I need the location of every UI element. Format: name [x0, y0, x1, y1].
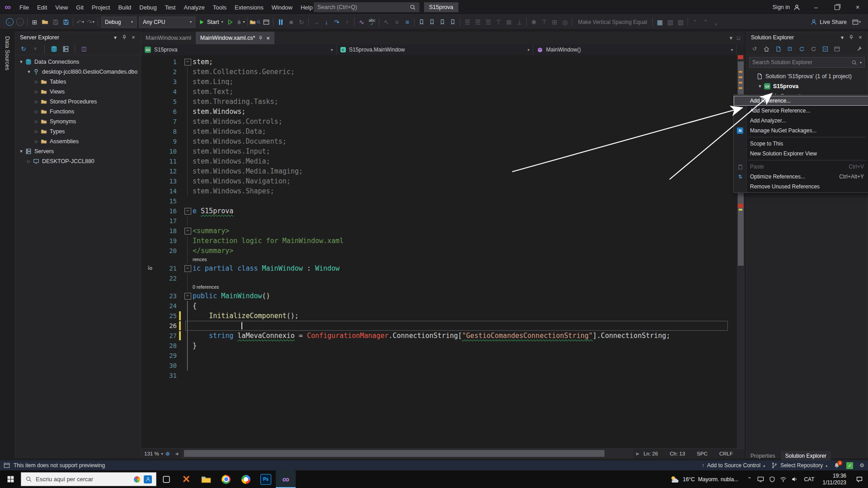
context-menu-item-add-service-reference[interactable]: Add Service Reference...: [734, 106, 868, 116]
close-button[interactable]: ×: [847, 0, 868, 14]
context-menu-item-remove-unused-references[interactable]: Remove Unused References: [734, 182, 868, 192]
fold-toggle[interactable]: −: [184, 59, 191, 66]
close-icon[interactable]: ×: [129, 33, 138, 42]
volume-icon[interactable]: [789, 470, 800, 488]
taskbar-app-photoshop[interactable]: Ps: [256, 470, 276, 488]
bookmark-icon[interactable]: [416, 17, 427, 28]
code-line[interactable]: 9stem.Windows.Documents;: [141, 136, 737, 146]
platform-combo[interactable]: Any CPU▾: [139, 17, 195, 28]
inheritance-margin-icon[interactable]: ȋo: [148, 263, 152, 273]
context-menu-item-add-analyzer[interactable]: Add Analyzer...: [734, 116, 868, 126]
tree-item-desktop-jccl880-gestiocomandes-dbo[interactable]: ▼desktop-jccl880.GestioComandes.dbo: [15, 67, 141, 77]
action-center-icon[interactable]: [851, 470, 868, 488]
context-menu-item-manage-nuget-packages[interactable]: NManage NuGet Packages...: [734, 126, 868, 136]
fold-toggle[interactable]: −: [184, 293, 191, 300]
tree-item-desktop-jccl880[interactable]: ▷DESKTOP-JCCL880: [15, 156, 141, 166]
taskbar-app-visual-studio[interactable]: ∞: [276, 470, 296, 488]
hot-reload-icon[interactable]: ▾: [235, 17, 245, 28]
window-list-icon[interactable]: □: [737, 35, 740, 41]
show-next-statement-icon[interactable]: →: [311, 17, 321, 28]
line-indicator[interactable]: Ln: 26: [643, 451, 658, 456]
code-line[interactable]: 16−e S15prova: [141, 206, 737, 216]
navigate-backward-icon[interactable]: ←: [5, 17, 15, 28]
table-design-icon[interactable]: ▦: [655, 17, 665, 28]
fold-toggle[interactable]: −: [184, 265, 191, 272]
security-shield-icon[interactable]: [766, 470, 778, 488]
notifications-button[interactable]: 3: [834, 462, 840, 469]
sign-in-button[interactable]: Sign in: [773, 0, 800, 14]
breadcrumb-project[interactable]: C#S15prova▾: [141, 44, 337, 55]
align-middle-icon[interactable]: ⊠: [504, 17, 514, 28]
switch-views-icon[interactable]: [774, 44, 783, 53]
context-menu-item-paste[interactable]: PasteCtrl+V: [734, 162, 868, 172]
sync-with-active-document-icon[interactable]: [797, 44, 806, 53]
zoom-selection-icon[interactable]: ◎: [560, 17, 570, 28]
scrollbar-thumb[interactable]: [184, 450, 604, 457]
cursor-icon[interactable]: ↖: [381, 17, 392, 28]
code-line[interactable]: 1−stem;: [141, 57, 737, 67]
snap-grid-icon[interactable]: ✱: [528, 17, 539, 28]
code-line[interactable]: 24{: [141, 301, 737, 311]
code-line[interactable]: 31: [141, 371, 737, 380]
tree-item-types[interactable]: ▷Types: [15, 127, 141, 136]
connect-database-icon[interactable]: [49, 44, 58, 53]
bookmark-next-icon[interactable]: [437, 17, 448, 28]
quick-search-box[interactable]: Search (Ctrl+Q): [314, 2, 420, 12]
refresh-icon[interactable]: ↻: [19, 44, 28, 53]
data-sources-tab[interactable]: Data Sources: [0, 32, 14, 75]
step-out-icon[interactable]: ↑: [342, 17, 352, 28]
code-line[interactable]: 25 InitializeComponent();: [141, 311, 737, 321]
code-line[interactable]: 27 string laMevaConnexio = Configuration…: [141, 331, 737, 341]
align-left-icon[interactable]: ☰: [462, 17, 472, 28]
code-cleanup-icon[interactable]: ∿: [356, 17, 367, 28]
context-menu-item-scope-to-this[interactable]: Scope to This: [734, 139, 868, 149]
code-line[interactable]: 22: [141, 273, 737, 283]
live-share-button[interactable]: Live Share: [811, 19, 847, 25]
tree-item-assemblies[interactable]: ▷Assemblies: [15, 136, 141, 146]
expander-icon[interactable]: ▼: [757, 84, 763, 89]
pin-icon[interactable]: [258, 36, 263, 41]
expander-icon[interactable]: ▼: [26, 70, 32, 74]
code-line[interactable]: 26: [141, 321, 737, 331]
menu-window[interactable]: Window: [268, 0, 297, 14]
text-baseline-icon[interactable]: ⊤: [539, 17, 549, 28]
taskbar-app-google[interactable]: [236, 470, 256, 488]
stop-refresh-icon[interactable]: ×: [31, 44, 40, 53]
expander-icon[interactable]: ▼: [18, 149, 24, 154]
breadcrumb-member[interactable]: MainWindow()▾: [533, 44, 737, 55]
start-button[interactable]: Start▾: [198, 17, 223, 28]
expander-icon[interactable]: ▷: [33, 109, 40, 114]
expander-icon[interactable]: ▷: [33, 129, 40, 134]
code-line[interactable]: 5stem.Threading.Tasks;: [141, 97, 737, 107]
menu-tools[interactable]: Tools: [209, 0, 231, 14]
bookmark-clear-icon[interactable]: [448, 17, 458, 28]
codelens-indicator[interactable]: rences: [141, 256, 737, 263]
chevron-down-icon[interactable]: ▾: [838, 33, 847, 42]
code-line[interactable]: 17: [141, 216, 737, 226]
step-into-icon[interactable]: ↓: [321, 17, 331, 28]
align-bottom-icon[interactable]: ⊥: [514, 17, 524, 28]
show-all-files-icon[interactable]: [832, 44, 841, 53]
code-line[interactable]: 14stem.Windows.Shapes;: [141, 186, 737, 196]
taskbar-search-box[interactable]: Escriu aquí per cercar: [21, 472, 156, 486]
code-line[interactable]: 8stem.Windows.Data;: [141, 127, 737, 136]
code-line[interactable]: 18−<summary>: [141, 226, 737, 236]
properties-icon[interactable]: [855, 44, 864, 53]
code-line[interactable]: 4stem.Text;: [141, 87, 737, 97]
code-line[interactable]: 28}: [141, 341, 737, 351]
tree-item-stored-procedures[interactable]: ▷Stored Procedures: [15, 97, 141, 107]
expander-icon[interactable]: ▷: [26, 159, 32, 164]
code-line[interactable]: 29: [141, 351, 737, 361]
menu-test[interactable]: Test: [161, 0, 180, 14]
tree-item-data-connections[interactable]: ▼Data Connections: [15, 57, 141, 67]
menu-project[interactable]: Project: [88, 0, 114, 14]
expander-icon[interactable]: ▷: [33, 80, 40, 84]
code-line[interactable]: 15: [141, 196, 737, 206]
window-layout-icon[interactable]: [261, 17, 271, 28]
restart-icon[interactable]: ↻: [296, 17, 307, 28]
taskbar-app-file-explorer[interactable]: [196, 470, 216, 488]
refresh-icon[interactable]: [809, 44, 818, 53]
line-ending-indicator[interactable]: CRLF: [719, 451, 733, 456]
code-line[interactable]: 10stem.Windows.Input;: [141, 146, 737, 156]
stop-icon[interactable]: ■: [286, 17, 296, 28]
